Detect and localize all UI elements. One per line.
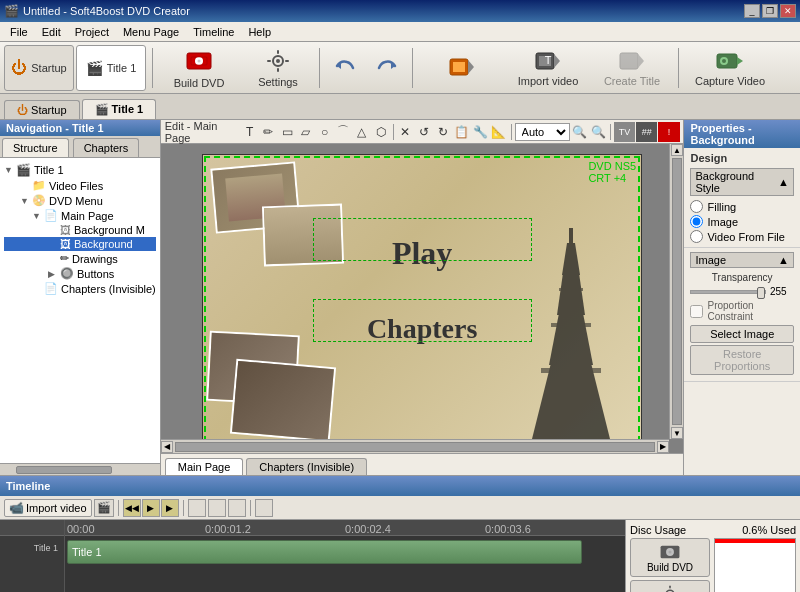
chapters-tab[interactable]: Chapters [73,138,140,157]
create-title2-button[interactable]: Create Title [592,45,672,91]
import-video-button[interactable] [419,45,504,91]
transparency-thumb[interactable] [757,287,765,299]
background-style-header: Background Style ▲ [690,168,794,196]
disc-build-dvd-button[interactable]: Build DVD [630,538,710,577]
align-tool[interactable]: 📐 [490,122,508,142]
triangle-tool[interactable]: △ [353,122,371,142]
tl-tool4[interactable] [255,499,273,517]
rounded-rect-tool[interactable]: ▱ [297,122,315,142]
copy-tool[interactable]: 📋 [453,122,471,142]
build-dvd-button[interactable]: Build DVD [159,45,239,91]
tree-label-background-m: Background M [74,224,145,236]
minimize-button[interactable]: _ [744,4,760,18]
scroll-down-btn[interactable]: ▼ [671,427,683,439]
menu-file[interactable]: File [4,24,34,40]
expand-buttons[interactable]: ▶ [48,269,60,279]
tree-item-chapters-invisible[interactable]: 📄 Chapters (Invisible) [4,281,156,296]
tl-import-video-button[interactable]: 📹 Import video [4,499,92,517]
filling-option[interactable]: Filling [690,200,794,213]
safe-area-icon[interactable]: TV [614,122,635,142]
menu-project[interactable]: Project [69,24,115,40]
zoom-in-tool[interactable]: 🔍 [589,122,607,142]
properties-tool[interactable]: 🔧 [471,122,489,142]
h-scrollbar[interactable]: ◀ ▶ [161,439,670,453]
scroll-up-btn[interactable]: ▲ [671,144,683,156]
startup-tab[interactable]: ⏻ Startup [4,100,80,119]
tree-item-background[interactable]: 🖼 Background [4,237,156,251]
left-panel-scrollbar[interactable] [0,463,160,475]
timeline-clip[interactable]: Title 1 [67,540,582,564]
title1-tab[interactable]: 🎬 Title 1 [82,99,157,119]
scroll-left-btn[interactable]: ◀ [161,441,173,453]
video-radio[interactable] [690,230,703,243]
select-image-button[interactable]: Select Image [690,325,794,343]
expand-title1[interactable]: ▼ [4,165,16,175]
zoom-out-tool[interactable]: 🔍 [571,122,589,142]
transparency-slider[interactable] [690,290,766,294]
restore-button[interactable]: ❐ [762,4,778,18]
tl-tool3[interactable] [228,499,246,517]
zoom-select[interactable]: Auto 50% 75% 100% [515,123,570,141]
tree-label-title1: Title 1 [34,164,64,176]
tree-item-video-files[interactable]: 📁 Video Files [4,178,156,193]
startup-button[interactable]: ⏻ Startup [4,45,74,91]
undo-icon [333,56,357,80]
settings-icon [264,48,292,74]
disc-settings-button[interactable]: Settings [630,580,710,592]
title1-tab-label: Title 1 [112,103,144,115]
rotate-right-tool[interactable]: ↻ [434,122,452,142]
navigation-title: Navigation - Title 1 [0,120,160,136]
menu-menupage[interactable]: Menu Page [117,24,185,40]
grid-icon[interactable]: ## [636,122,657,142]
tl-tool2[interactable] [208,499,226,517]
close-button[interactable]: ✕ [780,4,796,18]
pencil-tool[interactable]: ✏ [259,122,277,142]
image-radio[interactable] [690,215,703,228]
tree-item-main-page[interactable]: ▼ 📄 Main Page [4,208,156,223]
create-title-button[interactable]: T Import video [508,45,588,91]
page-tab-main[interactable]: Main Page [165,458,244,475]
tl-zoom1-btn[interactable]: ◀◀ [123,499,141,517]
filling-radio[interactable] [690,200,703,213]
redo-button[interactable] [368,45,406,91]
proportion-row: Proportion Constraint [690,300,794,322]
menu-help[interactable]: Help [242,24,277,40]
settings-button[interactable]: Settings [243,45,313,91]
scroll-right-btn[interactable]: ▶ [657,441,669,453]
delete-tool[interactable]: ✕ [396,122,414,142]
structure-tab[interactable]: Structure [2,138,69,157]
tree-item-drawings[interactable]: ✏ Drawings [4,251,156,266]
expand-dvd-menu[interactable]: ▼ [20,196,32,206]
text-tool[interactable]: T [241,122,259,142]
menu-timeline[interactable]: Timeline [187,24,240,40]
tl-tool1[interactable] [188,499,206,517]
tree-item-dvd-menu[interactable]: ▼ 📀 DVD Menu [4,193,156,208]
page-tab-chapters[interactable]: Chapters (Invisible) [246,458,367,475]
tl-film-button[interactable]: 🎬 [94,499,114,517]
tree-item-buttons[interactable]: ▶ 🔘 Buttons [4,266,156,281]
restore-proportions-button[interactable]: Restore Proportions [690,345,794,375]
tree-item-background-m[interactable]: 🖼 Background M [4,223,156,237]
ellipse-tool[interactable]: ○ [316,122,334,142]
rotate-left-tool[interactable]: ↺ [415,122,433,142]
menu-edit[interactable]: Edit [36,24,67,40]
image-option[interactable]: Image [690,215,794,228]
rect-tool[interactable]: ▭ [278,122,296,142]
arc-tool[interactable]: ⌒ [334,122,352,142]
polygon-tool[interactable]: ⬡ [372,122,390,142]
undo-button[interactable] [326,45,364,91]
tree-item-title1[interactable]: ▼ 🎬 Title 1 [4,162,156,178]
title1-button[interactable]: 🎬 Title 1 [76,45,146,91]
v-scrollbar-thumb[interactable] [672,158,682,425]
left-scrollbar-thumb[interactable] [16,466,112,474]
tl-zoom3-btn[interactable]: ▶ [161,499,179,517]
action-icon[interactable]: ! [658,122,679,142]
tl-zoom2-btn[interactable]: ▶ [142,499,160,517]
h-scrollbar-thumb[interactable] [175,442,656,452]
expand-main-page[interactable]: ▼ [32,211,44,221]
v-scrollbar[interactable]: ▲ ▼ [669,144,683,439]
disc-build-dvd-icon [659,542,681,562]
video-option[interactable]: Video From File [690,230,794,243]
capture-video-button[interactable]: Capture Video [685,45,775,91]
proportion-checkbox[interactable] [690,305,703,318]
